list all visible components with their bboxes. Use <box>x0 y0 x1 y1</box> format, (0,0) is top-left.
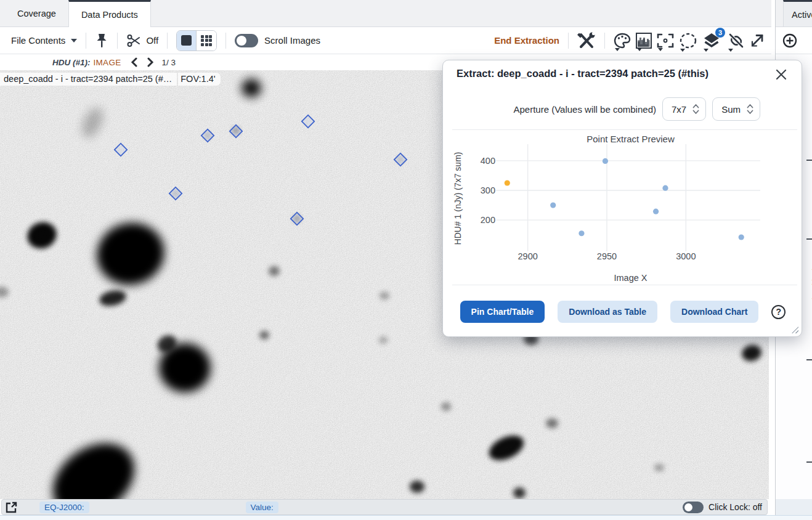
galaxy-blob <box>546 418 558 428</box>
galaxy-blob <box>654 464 664 471</box>
aperture-row: Aperture (Values will be combined) 7x7 S… <box>443 97 760 121</box>
chart-point[interactable] <box>550 202 556 208</box>
chevron-down-icon <box>71 39 77 43</box>
chart-point[interactable] <box>579 230 584 236</box>
end-extraction-button[interactable]: End Extraction <box>494 35 559 46</box>
dialog-buttons: Pin Chart/Table Download as Table Downlo… <box>443 301 803 323</box>
chevron-down-icon <box>637 48 642 51</box>
image-title-label: deep_coadd - i - tract=2394 patch=25 (#… <box>0 73 177 86</box>
next-hdu-button[interactable] <box>147 57 155 67</box>
single-view-button[interactable] <box>177 31 197 51</box>
pin-chart-table-button[interactable]: Pin Chart/Table <box>460 301 545 323</box>
svg-text:2900: 2900 <box>518 251 538 261</box>
wcs-unlock-button[interactable] <box>727 32 745 49</box>
dialog-header: Extract: deep_coadd - i - tract=2394 pat… <box>457 68 788 84</box>
diagonal-arrow-icon <box>749 33 765 49</box>
toggle-off-icon <box>235 34 258 47</box>
aperture-size-select[interactable]: 7x7 <box>662 97 706 121</box>
axis-tick <box>806 359 812 360</box>
download-chart-button[interactable]: Download Chart <box>670 301 758 323</box>
right-tab-bar: Active <box>776 0 812 27</box>
scissors-icon <box>126 33 141 48</box>
color-button[interactable] <box>614 33 631 49</box>
tools-button[interactable] <box>577 32 596 49</box>
hdu-page-indicator: 1/ 3 <box>162 58 176 67</box>
chevron-down-icon <box>728 49 733 52</box>
svg-text:HDU# 1 (nJy) (7x7 sum): HDU# 1 (nJy) (7x7 sum) <box>453 152 463 245</box>
chevron-down-icon <box>658 48 663 51</box>
grid-view-button[interactable] <box>197 31 216 51</box>
click-lock-toggle[interactable]: Click Lock: off <box>683 502 762 513</box>
svg-text:2950: 2950 <box>597 251 617 261</box>
layers-count-badge: 3 <box>715 28 725 38</box>
tab-active-charts[interactable]: Active <box>783 0 812 27</box>
close-button[interactable] <box>774 68 788 84</box>
galaxy-blob <box>513 487 526 498</box>
chevron-right-icon <box>147 57 155 67</box>
file-contents-dropdown[interactable]: File Contents <box>11 35 77 46</box>
hdu-label: HDU (#1): <box>52 58 91 67</box>
pixel-value-readout: Value: <box>246 502 278 513</box>
extract-cut-button[interactable]: Off <box>126 33 158 48</box>
select-region-button[interactable] <box>679 32 697 49</box>
chart-point[interactable] <box>505 180 510 185</box>
cut-state-label: Off <box>146 35 158 46</box>
tab-coverage[interactable]: Coverage <box>5 0 68 26</box>
galaxy-blob <box>259 331 269 339</box>
grid-view-icon <box>201 35 212 46</box>
chevron-left-icon <box>130 57 138 67</box>
expand-button[interactable] <box>6 502 17 513</box>
close-icon <box>776 69 787 80</box>
prev-hdu-button[interactable] <box>130 57 138 67</box>
palette-icon <box>614 33 631 49</box>
divider <box>604 33 605 49</box>
galaxy-blob <box>269 266 280 276</box>
stepper-chevrons-icon <box>692 104 699 115</box>
scroll-images-toggle[interactable]: Scroll Images <box>235 34 320 47</box>
expand-viewer-button[interactable] <box>749 33 765 49</box>
tools-icon <box>577 32 596 49</box>
window-bottom-strip <box>0 515 812 520</box>
combine-mode-select[interactable]: Sum <box>712 97 760 121</box>
extract-dialog: Extract: deep_coadd - i - tract=2394 pat… <box>442 60 802 337</box>
aperture-size-value: 7x7 <box>672 104 686 115</box>
galaxy-blob <box>242 79 261 97</box>
chart-point[interactable] <box>739 234 744 240</box>
dialog-resize-handle[interactable] <box>792 327 798 333</box>
image-status-bar: EQ-J2000: Value: Click Lock: off <box>1 499 768 515</box>
divider <box>167 33 168 49</box>
chart-point[interactable] <box>653 209 659 214</box>
svg-text:Image X: Image X <box>614 273 648 283</box>
chart-point[interactable] <box>662 185 668 191</box>
point-extract-chart[interactable]: 400300200290029503000Point Extract Previ… <box>452 129 797 285</box>
chart-point[interactable] <box>603 158 608 164</box>
galaxy-blob <box>441 402 451 411</box>
tab-data-products[interactable]: Data Products <box>68 0 151 27</box>
scroll-images-label: Scroll Images <box>264 35 320 46</box>
stepper-chevrons-icon <box>747 104 753 115</box>
chevron-down-icon <box>615 48 620 51</box>
unlink-icon <box>727 32 745 49</box>
svg-text:200: 200 <box>481 215 495 225</box>
stretch-button[interactable] <box>636 33 652 49</box>
single-view-icon <box>181 35 192 46</box>
pin-button[interactable] <box>95 33 108 49</box>
help-button[interactable]: ? <box>771 305 786 319</box>
histogram-icon <box>636 33 652 49</box>
galaxy-blob <box>410 481 424 493</box>
add-chart-button[interactable] <box>782 33 797 48</box>
chevron-down-icon <box>680 49 685 52</box>
expand-icon <box>6 502 17 513</box>
svg-text:300: 300 <box>481 185 495 195</box>
galaxy-blob <box>380 292 389 299</box>
layers-button[interactable]: 3 <box>702 32 721 49</box>
recenter-button[interactable] <box>657 33 674 49</box>
center-focus-icon <box>657 33 674 49</box>
download-as-table-button[interactable]: Download as Table <box>558 301 657 323</box>
add-icon <box>782 33 797 48</box>
right-toolbar <box>776 27 812 54</box>
aperture-label: Aperture (Values will be combined) <box>513 104 656 115</box>
toggle-off-icon <box>683 502 704 513</box>
file-contents-label: File Contents <box>11 35 65 46</box>
combine-mode-value: Sum <box>721 104 741 115</box>
